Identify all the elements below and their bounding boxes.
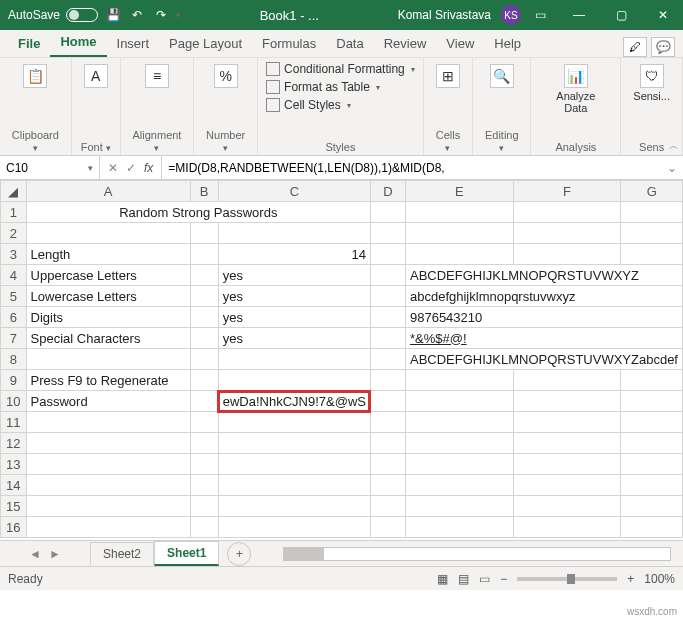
cell[interactable] — [370, 433, 405, 454]
cell[interactable]: Random Strong Passwords — [26, 202, 370, 223]
save-icon[interactable]: 💾 — [104, 6, 122, 24]
col-header-b[interactable]: B — [190, 181, 218, 202]
cell[interactable] — [26, 433, 190, 454]
cell[interactable] — [405, 433, 513, 454]
col-header-g[interactable]: G — [621, 181, 683, 202]
cell[interactable] — [513, 391, 621, 412]
cell[interactable] — [370, 454, 405, 475]
cell[interactable]: ABCDEFGHIJKLMNOPQRSTUVWXYZabcdef — [405, 349, 682, 370]
cell[interactable] — [405, 517, 513, 538]
zoom-value[interactable]: 100% — [644, 572, 675, 586]
name-box[interactable]: C10▾ — [0, 156, 100, 179]
cell[interactable] — [190, 286, 218, 307]
cell[interactable] — [513, 496, 621, 517]
cell[interactable] — [370, 286, 405, 307]
tab-insert[interactable]: Insert — [107, 30, 160, 57]
cell[interactable]: Password — [26, 391, 190, 412]
cell[interactable] — [370, 391, 405, 412]
cell[interactable]: ABCDEFGHIJKLMNOPQRSTUVWXYZ — [405, 265, 682, 286]
cell[interactable] — [621, 475, 683, 496]
cell[interactable] — [190, 223, 218, 244]
cell[interactable] — [218, 349, 370, 370]
cell[interactable]: 9876543210 — [405, 307, 682, 328]
cell[interactable] — [190, 349, 218, 370]
cell[interactable] — [405, 454, 513, 475]
cell[interactable] — [218, 496, 370, 517]
cell[interactable]: abcdefghijklmnopqrstuvwxyz — [405, 286, 682, 307]
cell[interactable]: Uppercase Letters — [26, 265, 190, 286]
cell[interactable] — [513, 475, 621, 496]
cell[interactable] — [370, 328, 405, 349]
cell[interactable]: 14 — [218, 244, 370, 265]
sheet-next-icon[interactable]: ► — [49, 547, 61, 561]
cell[interactable]: yes — [218, 265, 370, 286]
number-button[interactable]: % — [210, 62, 242, 90]
cell[interactable] — [621, 433, 683, 454]
tab-home[interactable]: Home — [50, 28, 106, 57]
expand-formula-icon[interactable]: ⌄ — [661, 161, 683, 175]
cell[interactable] — [405, 244, 513, 265]
col-header-d[interactable]: D — [370, 181, 405, 202]
row-header[interactable]: 7 — [1, 328, 27, 349]
cell[interactable] — [513, 433, 621, 454]
cell[interactable] — [190, 496, 218, 517]
row-header[interactable]: 5 — [1, 286, 27, 307]
minimize-icon[interactable]: — — [559, 0, 599, 30]
user-avatar[interactable]: KS — [501, 5, 521, 25]
close-icon[interactable]: ✕ — [643, 0, 683, 30]
cell[interactable] — [370, 412, 405, 433]
tab-review[interactable]: Review — [374, 30, 437, 57]
add-sheet-button[interactable]: + — [227, 542, 251, 566]
cell[interactable] — [621, 496, 683, 517]
cell[interactable] — [370, 349, 405, 370]
tab-page-layout[interactable]: Page Layout — [159, 30, 252, 57]
tab-help[interactable]: Help — [484, 30, 531, 57]
sheet-tab-sheet1[interactable]: Sheet1 — [154, 541, 219, 566]
row-header[interactable]: 6 — [1, 307, 27, 328]
zoom-in-icon[interactable]: + — [627, 572, 634, 586]
cell[interactable] — [513, 223, 621, 244]
cell[interactable] — [513, 412, 621, 433]
cell[interactable] — [370, 517, 405, 538]
cell[interactable] — [218, 370, 370, 391]
cell[interactable] — [370, 307, 405, 328]
cell[interactable]: Digits — [26, 307, 190, 328]
cell[interactable]: yes — [218, 328, 370, 349]
cell[interactable] — [621, 370, 683, 391]
cell[interactable] — [513, 370, 621, 391]
cell[interactable] — [370, 265, 405, 286]
conditional-formatting-button[interactable]: Conditional Formatting▾ — [266, 62, 415, 76]
editing-button[interactable]: 🔍 — [486, 62, 518, 90]
cell[interactable] — [218, 433, 370, 454]
cell[interactable] — [405, 391, 513, 412]
cell[interactable] — [405, 496, 513, 517]
cell[interactable] — [405, 370, 513, 391]
cell[interactable] — [190, 391, 218, 412]
cell[interactable] — [190, 370, 218, 391]
page-layout-view-icon[interactable]: ▤ — [458, 572, 469, 586]
col-header-a[interactable]: A — [26, 181, 190, 202]
cell[interactable] — [370, 202, 405, 223]
col-header-e[interactable]: E — [405, 181, 513, 202]
cell[interactable] — [218, 454, 370, 475]
cell[interactable] — [405, 223, 513, 244]
cell[interactable] — [26, 454, 190, 475]
cell[interactable] — [190, 307, 218, 328]
row-header[interactable]: 14 — [1, 475, 27, 496]
share-button[interactable]: 🖊 — [623, 37, 647, 57]
cell[interactable] — [218, 412, 370, 433]
cell[interactable] — [405, 202, 513, 223]
tab-view[interactable]: View — [436, 30, 484, 57]
cell[interactable] — [513, 202, 621, 223]
row-header[interactable]: 1 — [1, 202, 27, 223]
cell[interactable] — [190, 244, 218, 265]
ribbon-display-icon[interactable]: ▭ — [531, 6, 549, 24]
cancel-formula-icon[interactable]: ✕ — [108, 161, 118, 175]
cell[interactable] — [370, 475, 405, 496]
cell[interactable] — [621, 202, 683, 223]
zoom-out-icon[interactable]: − — [500, 572, 507, 586]
page-break-view-icon[interactable]: ▭ — [479, 572, 490, 586]
maximize-icon[interactable]: ▢ — [601, 0, 641, 30]
cell[interactable] — [26, 517, 190, 538]
row-header[interactable]: 2 — [1, 223, 27, 244]
